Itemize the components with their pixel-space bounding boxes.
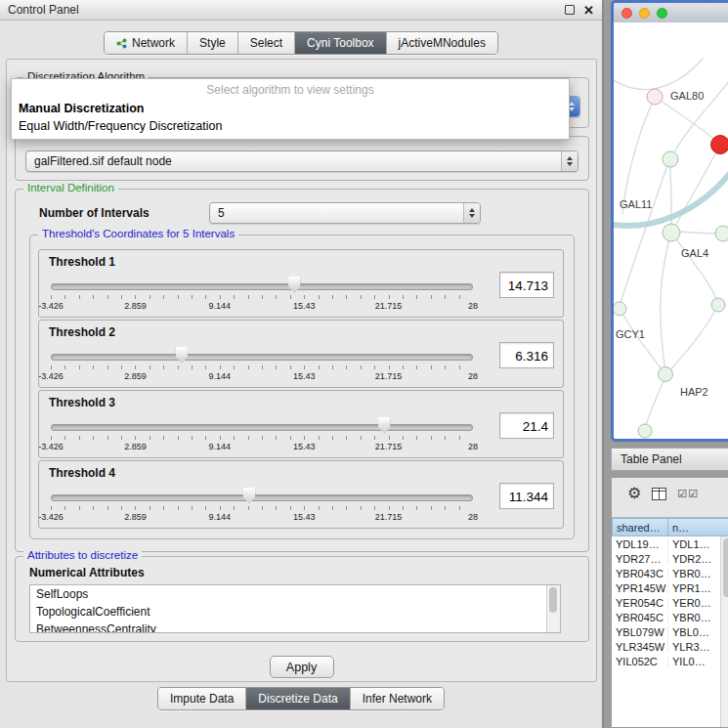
tick-label: 28 bbox=[468, 301, 478, 311]
apply-button[interactable]: Apply bbox=[270, 656, 334, 678]
table-row[interactable]: YPR145W YPR1… bbox=[612, 580, 728, 595]
slider-ticks bbox=[51, 365, 473, 369]
table-row[interactable]: YDL19… YDL1… bbox=[612, 536, 728, 551]
node-label-gal4: GAL4 bbox=[681, 247, 708, 259]
float-window-icon[interactable] bbox=[565, 5, 575, 15]
tab-infer-network[interactable]: Infer Network bbox=[350, 688, 444, 709]
tick-label: -3.426 bbox=[38, 371, 64, 381]
tick-label: 2.859 bbox=[124, 442, 147, 451]
threshold-3-label: Threshold 3 bbox=[49, 396, 115, 409]
slider-track[interactable] bbox=[51, 283, 473, 290]
threshold-4-value-field[interactable]: 11.344 bbox=[499, 483, 554, 509]
slider-thumb[interactable] bbox=[243, 488, 256, 504]
numerical-attributes-list[interactable]: SelfLoops TopologicalCoefficient Between… bbox=[29, 584, 561, 633]
network-graph: GAL80 GAL11 GAL4 GCY1 HAP2 bbox=[614, 22, 728, 442]
minimize-traffic-light-icon[interactable] bbox=[639, 8, 650, 19]
tick-label: 21.715 bbox=[375, 301, 403, 311]
threshold-4-slider[interactable]: -3.426 2.859 9.144 15.43 21.715 28 bbox=[51, 487, 473, 524]
dropdown-item-equal-width-frequency[interactable]: Equal Width/Frequency Discretization bbox=[12, 117, 569, 135]
number-of-intervals-value: 5 bbox=[218, 206, 463, 220]
slider-track[interactable] bbox=[51, 354, 473, 361]
tick-label: 2.859 bbox=[124, 512, 147, 522]
tick-label: -3.426 bbox=[38, 512, 64, 522]
threshold-2-value-field[interactable]: 6.316 bbox=[499, 342, 554, 368]
network-window-titlebar[interactable] bbox=[614, 3, 728, 23]
list-item[interactable]: SelfLoops bbox=[30, 585, 560, 603]
close-icon[interactable]: ✕ bbox=[583, 4, 594, 17]
slider-thumb[interactable] bbox=[378, 417, 391, 434]
top-tab-bar: Network Style Select Cyni Toolbox jActiv… bbox=[0, 31, 602, 55]
dropdown-item-manual-discretization[interactable]: Manual Discretization bbox=[12, 100, 569, 117]
table-scrollbar[interactable] bbox=[720, 536, 728, 727]
table-row[interactable]: YIL052C YIL0… bbox=[612, 654, 728, 668]
columns-icon[interactable] bbox=[652, 488, 666, 500]
threshold-3-slider[interactable]: -3.426 2.859 9.144 15.43 21.715 28 bbox=[51, 416, 473, 453]
node[interactable] bbox=[711, 298, 725, 312]
node-gal80[interactable] bbox=[647, 89, 663, 105]
tick-label: 15.43 bbox=[293, 442, 316, 451]
list-item[interactable]: TopologicalCoefficient bbox=[30, 603, 560, 621]
table-row[interactable]: YER054C YER0… bbox=[612, 595, 728, 610]
dropdown-placeholder: Select algorithm to view settings bbox=[12, 79, 569, 100]
node[interactable] bbox=[638, 424, 652, 438]
tick-label: 28 bbox=[468, 442, 478, 451]
list-item[interactable]: BetweennessCentrality bbox=[30, 621, 560, 633]
node-gcy1[interactable] bbox=[614, 302, 626, 316]
list-scrollbar[interactable] bbox=[546, 585, 560, 632]
node-gal4[interactable] bbox=[663, 224, 680, 241]
tick-label: 15.43 bbox=[293, 301, 316, 311]
number-of-intervals-label: Number of Intervals bbox=[39, 206, 150, 220]
node-hap2[interactable] bbox=[659, 367, 673, 382]
tick-label: 2.859 bbox=[124, 371, 147, 381]
close-traffic-light-icon[interactable] bbox=[621, 8, 632, 19]
tab-network[interactable]: Network bbox=[105, 32, 187, 54]
number-of-intervals-combo[interactable]: 5 bbox=[209, 202, 481, 224]
tick-label: 21.715 bbox=[375, 512, 403, 522]
table-row[interactable]: YLR345W YLR3… bbox=[612, 639, 728, 654]
tick-label: -3.426 bbox=[38, 301, 64, 311]
table-panel-toolbar: ⚙ ☑☑ bbox=[612, 478, 728, 509]
threshold-2-slider[interactable]: -3.426 2.859 9.144 15.43 21.715 28 bbox=[51, 346, 473, 383]
tab-jactivemnodules[interactable]: jActiveMNodules bbox=[386, 32, 497, 54]
table-row[interactable]: YBR043C YBR0… bbox=[612, 566, 728, 580]
threshold-1-slider[interactable]: -3.426 2.859 9.144 15.43 21.715 28 bbox=[51, 276, 473, 313]
network-canvas[interactable]: GAL80 GAL11 GAL4 GCY1 HAP2 bbox=[614, 22, 728, 439]
node[interactable] bbox=[663, 151, 678, 167]
control-panel-titlebar[interactable]: Control Panel ✕ bbox=[0, 0, 602, 21]
zoom-traffic-light-icon[interactable] bbox=[657, 8, 667, 19]
column-header-shared-name[interactable]: shared… bbox=[612, 518, 668, 536]
node-label-hap2: HAP2 bbox=[680, 386, 708, 398]
threshold-3-value-field[interactable]: 21.4 bbox=[499, 412, 554, 439]
table-row[interactable]: YBL079W YBL0… bbox=[612, 624, 728, 639]
slider-thumb[interactable] bbox=[175, 347, 188, 364]
attributes-group-title: Attributes to discretize bbox=[23, 549, 142, 561]
table-data-combo[interactable]: galFiltered.sif default node bbox=[25, 150, 578, 172]
column-header-name[interactable]: n… bbox=[668, 518, 728, 536]
table-panel-titlebar[interactable]: Table Panel bbox=[611, 448, 728, 471]
table-row[interactable]: YDR27… YDR2… bbox=[612, 551, 728, 566]
tick-label: 9.144 bbox=[209, 301, 232, 311]
gear-icon[interactable]: ⚙ bbox=[627, 486, 641, 501]
combo-arrows-icon bbox=[561, 151, 578, 171]
tick-label: 9.144 bbox=[209, 371, 232, 381]
node[interactable] bbox=[715, 226, 728, 241]
slider-track[interactable] bbox=[51, 424, 473, 431]
slider-thumb[interactable] bbox=[288, 277, 301, 293]
select-rows-icons[interactable]: ☑☑ bbox=[677, 488, 699, 500]
table-row[interactable]: YBR045C YBR0… bbox=[612, 610, 728, 624]
threshold-1-value-field[interactable]: 14.713 bbox=[499, 272, 554, 298]
slider-ticks bbox=[51, 436, 473, 440]
tab-cyni-toolbox[interactable]: Cyni Toolbox bbox=[294, 32, 385, 54]
tick-label: -3.426 bbox=[38, 442, 64, 451]
tab-style[interactable]: Style bbox=[187, 32, 237, 54]
numerical-attributes-label: Numerical Attributes bbox=[29, 566, 145, 579]
slider-track[interactable] bbox=[51, 494, 473, 501]
tab-discretize-data[interactable]: Discretize Data bbox=[245, 688, 349, 709]
thresholds-group: Threshold's Coordinates for 5 Intervals … bbox=[29, 235, 575, 539]
tab-select[interactable]: Select bbox=[237, 32, 294, 54]
tab-impute-data[interactable]: Impute Data bbox=[158, 688, 245, 709]
node-red-selected[interactable] bbox=[711, 136, 728, 154]
node-label-gcy1: GCY1 bbox=[616, 328, 645, 340]
network-view-window[interactable]: GAL80 GAL11 GAL4 GCY1 HAP2 bbox=[611, 0, 728, 442]
application-stage: Control Panel ✕ Network bbox=[0, 0, 728, 728]
